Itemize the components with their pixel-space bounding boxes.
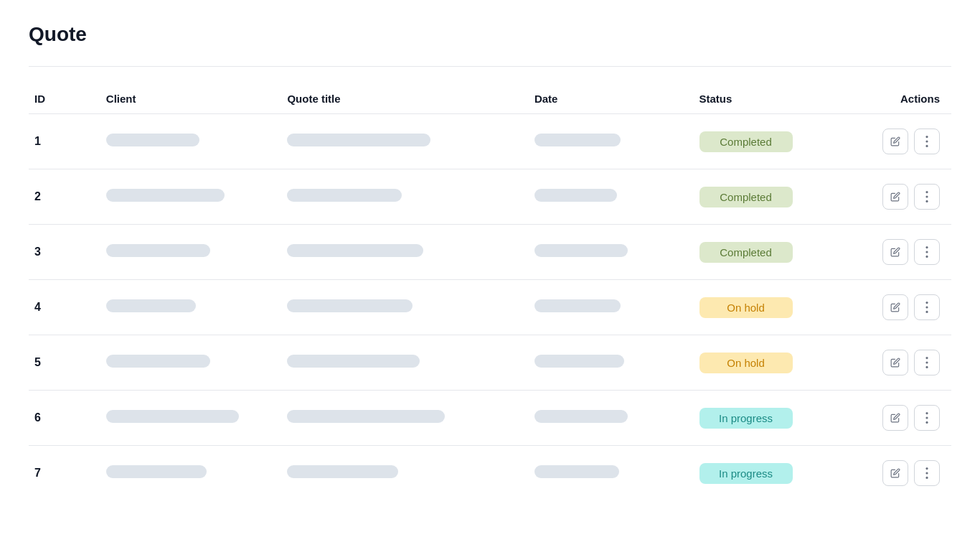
actions-container xyxy=(864,294,940,320)
svg-point-20 xyxy=(925,477,928,479)
cell-status: Completed xyxy=(688,114,853,169)
status-badge: Completed xyxy=(699,242,793,263)
table-row: 4On hold xyxy=(29,280,951,335)
svg-point-1 xyxy=(925,140,928,142)
skeleton-date xyxy=(534,244,628,257)
table-row: 7In progress xyxy=(29,446,951,501)
cell-status: On hold xyxy=(688,280,853,335)
skeleton-date xyxy=(534,189,617,202)
cell-status: On hold xyxy=(688,335,853,391)
svg-point-18 xyxy=(925,467,928,470)
table-row: 6In progress xyxy=(29,391,951,446)
skeleton-title xyxy=(287,244,423,257)
svg-point-0 xyxy=(925,136,928,138)
cell-client xyxy=(95,280,276,335)
edit-button[interactable] xyxy=(882,129,908,154)
skeleton-title xyxy=(287,410,445,423)
svg-point-19 xyxy=(925,472,928,474)
svg-point-7 xyxy=(925,251,928,253)
edit-button[interactable] xyxy=(882,184,908,210)
status-badge: Completed xyxy=(699,131,793,152)
svg-point-8 xyxy=(925,256,928,258)
skeleton-date xyxy=(534,465,619,478)
more-button[interactable] xyxy=(914,294,940,320)
col-header-id: ID xyxy=(29,84,95,114)
cell-id: 2 xyxy=(29,169,95,225)
cell-client xyxy=(95,446,276,501)
status-badge: In progress xyxy=(699,408,793,429)
cell-client xyxy=(95,114,276,169)
table-row: 5On hold xyxy=(29,335,951,391)
cell-id: 3 xyxy=(29,225,95,280)
skeleton-date xyxy=(534,134,621,146)
svg-point-6 xyxy=(925,246,928,248)
col-header-actions: Actions xyxy=(852,84,951,114)
more-button[interactable] xyxy=(914,460,940,486)
cell-status: Completed xyxy=(688,169,853,225)
col-header-client: Client xyxy=(95,84,276,114)
edit-button[interactable] xyxy=(882,239,908,265)
cell-date xyxy=(523,446,688,501)
cell-date xyxy=(523,280,688,335)
svg-point-13 xyxy=(925,361,928,363)
cell-quote-title xyxy=(275,446,522,501)
cell-actions xyxy=(852,225,951,280)
edit-button[interactable] xyxy=(882,460,908,486)
status-badge: Completed xyxy=(699,187,793,207)
actions-container xyxy=(864,405,940,431)
more-button[interactable] xyxy=(914,350,940,375)
cell-date xyxy=(523,114,688,169)
edit-button[interactable] xyxy=(882,350,908,375)
cell-id: 6 xyxy=(29,391,95,446)
cell-actions xyxy=(852,280,951,335)
more-button[interactable] xyxy=(914,184,940,210)
skeleton-title xyxy=(287,134,430,146)
status-badge: On hold xyxy=(699,353,793,373)
page-title: Quote xyxy=(29,23,951,46)
skeleton-client xyxy=(106,410,239,423)
edit-button[interactable] xyxy=(882,294,908,320)
cell-id: 5 xyxy=(29,335,95,391)
cell-client xyxy=(95,169,276,225)
skeleton-title xyxy=(287,355,420,368)
col-header-date: Date xyxy=(523,84,688,114)
cell-date xyxy=(523,169,688,225)
table-header-row: ID Client Quote title Date Status Action… xyxy=(29,84,951,114)
skeleton-client xyxy=(106,189,225,202)
quotes-table: ID Client Quote title Date Status Action… xyxy=(29,84,951,500)
cell-date xyxy=(523,391,688,446)
skeleton-title xyxy=(287,299,413,312)
col-header-status: Status xyxy=(688,84,853,114)
table-row: 2Completed xyxy=(29,169,951,225)
more-button[interactable] xyxy=(914,129,940,154)
svg-point-10 xyxy=(925,306,928,308)
more-button[interactable] xyxy=(914,239,940,265)
svg-point-9 xyxy=(925,302,928,304)
skeleton-client xyxy=(106,299,196,312)
cell-status: Completed xyxy=(688,225,853,280)
skeleton-client xyxy=(106,465,207,478)
edit-button[interactable] xyxy=(882,405,908,431)
table-row: 1Completed xyxy=(29,114,951,169)
cell-actions xyxy=(852,169,951,225)
cell-quote-title xyxy=(275,225,522,280)
skeleton-date xyxy=(534,410,628,423)
cell-status: In progress xyxy=(688,446,853,501)
cell-id: 4 xyxy=(29,280,95,335)
col-header-quote-title: Quote title xyxy=(275,84,522,114)
cell-status: In progress xyxy=(688,391,853,446)
table-row: 3Completed xyxy=(29,225,951,280)
actions-container xyxy=(864,129,940,154)
actions-container xyxy=(864,460,940,486)
svg-point-16 xyxy=(925,416,928,419)
actions-container xyxy=(864,239,940,265)
svg-point-15 xyxy=(925,412,928,414)
cell-date xyxy=(523,335,688,391)
cell-quote-title xyxy=(275,169,522,225)
cell-date xyxy=(523,225,688,280)
more-button[interactable] xyxy=(914,405,940,431)
cell-client xyxy=(95,335,276,391)
cell-quote-title xyxy=(275,280,522,335)
skeleton-date xyxy=(534,299,621,312)
cell-client xyxy=(95,225,276,280)
